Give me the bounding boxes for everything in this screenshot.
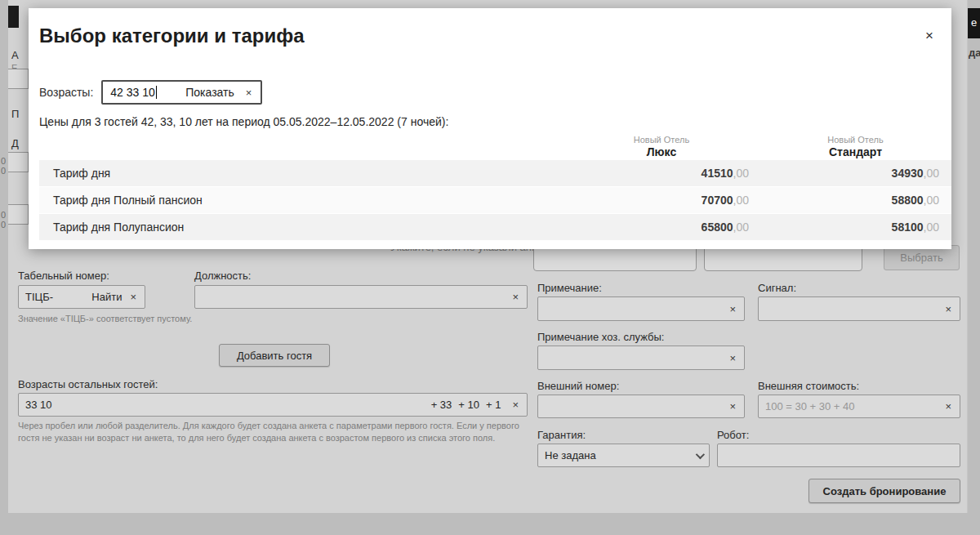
cutoff-label: Д bbox=[11, 137, 19, 149]
category-name: Стандарт bbox=[760, 145, 951, 158]
clear-icon[interactable]: × bbox=[510, 291, 520, 303]
clear-icon[interactable]: × bbox=[244, 87, 254, 99]
hotel-name: Новый Отель bbox=[760, 135, 951, 145]
price-value: 58100 bbox=[892, 221, 924, 234]
add-guest-button[interactable]: Добавить гостя bbox=[219, 344, 330, 367]
price-fraction: ,00 bbox=[733, 194, 749, 207]
signal-input[interactable]: × bbox=[758, 296, 960, 321]
ages-input[interactable]: 42 33 10 Показать × bbox=[101, 80, 262, 105]
price-fraction: ,00 bbox=[924, 167, 939, 180]
find-button[interactable]: Найти bbox=[91, 291, 122, 303]
position-label: Должность: bbox=[194, 270, 251, 282]
cutoff-input[interactable] bbox=[8, 69, 29, 89]
price-fraction: ,00 bbox=[924, 221, 939, 234]
cutoff-digit: 0 bbox=[1, 210, 6, 220]
clear-icon[interactable]: × bbox=[128, 291, 138, 303]
guarantee-value: Не задана bbox=[545, 449, 689, 461]
show-button[interactable]: Показать bbox=[185, 86, 234, 99]
cutoff-input[interactable] bbox=[8, 204, 29, 225]
external-number-input[interactable]: × bbox=[537, 395, 745, 418]
tariff-row[interactable]: Тариф дня 41510,00 34930,00 bbox=[39, 160, 951, 186]
cutoff-label: А bbox=[11, 49, 19, 61]
personnel-number-input[interactable]: ТІЦБ- Найти × bbox=[18, 285, 145, 309]
ages-value: 42 33 10 bbox=[110, 86, 155, 99]
clear-icon[interactable]: × bbox=[728, 400, 737, 412]
personnel-number-value: ТІЦБ- bbox=[25, 291, 85, 303]
close-icon[interactable]: × bbox=[925, 28, 933, 44]
other-ages-input[interactable]: 33 10 + 33 + 10 + 1 × bbox=[18, 393, 528, 417]
column-header-luxe: Новый Отель Люкс bbox=[564, 135, 760, 158]
other-ages-label: Возрасты остальных гостей: bbox=[18, 378, 158, 390]
ages-label: Возрасты: bbox=[39, 86, 93, 99]
create-booking-button[interactable]: Создать бронирование bbox=[808, 479, 960, 503]
clear-icon[interactable]: × bbox=[943, 303, 953, 315]
tariff-row[interactable]: Тариф дня Полупансион 65800,00 58100,00 bbox=[39, 214, 951, 240]
tariff-name: Тариф дня Полный пансион bbox=[39, 194, 564, 207]
personnel-number-label: Табельный номер: bbox=[18, 270, 109, 282]
external-cost-label: Внешняя стоимость: bbox=[758, 380, 859, 392]
signal-label: Сигнал: bbox=[758, 282, 796, 294]
cutoff-digit: 0 bbox=[1, 166, 6, 176]
price-value: 70700 bbox=[702, 194, 733, 207]
cutoff-header-text: е bbox=[971, 16, 977, 29]
category-name: Люкс bbox=[564, 145, 760, 158]
price-table-header: Новый Отель Люкс Новый Отель Стандарт bbox=[39, 135, 951, 158]
tariff-name: Тариф дня Полупансион bbox=[39, 221, 564, 234]
clear-icon[interactable]: × bbox=[728, 303, 737, 315]
price-value: 65800 bbox=[702, 221, 733, 234]
clear-icon[interactable]: × bbox=[510, 399, 520, 411]
tariff-row[interactable]: Тариф дня Полный пансион 70700,00 58800,… bbox=[39, 187, 951, 213]
price-fraction: ,00 bbox=[924, 194, 939, 207]
personnel-number-hint: Значение «ТІЦБ-» соответствует пустому. bbox=[18, 313, 194, 324]
cutoff-input[interactable] bbox=[8, 152, 29, 172]
price-value: 41510 bbox=[702, 167, 733, 180]
note-label: Примечание: bbox=[537, 282, 602, 294]
price-fraction: ,00 bbox=[733, 221, 749, 234]
price-value: 58800 bbox=[892, 194, 924, 207]
housekeeping-note-input[interactable]: × bbox=[537, 346, 745, 370]
cutoff-logo-block bbox=[8, 6, 19, 28]
age-chip[interactable]: + 33 bbox=[431, 399, 452, 411]
tariff-name: Тариф дня bbox=[39, 167, 564, 180]
column-header-standard: Новый Отель Стандарт bbox=[760, 135, 951, 158]
price-value: 34930 bbox=[892, 167, 924, 180]
cutoff-digit: 0 bbox=[1, 156, 6, 166]
position-input[interactable]: × bbox=[194, 285, 528, 309]
cutoff-header-bar: е bbox=[968, 8, 980, 38]
modal-title: Выбор категории и тарифа bbox=[39, 25, 305, 47]
age-chip[interactable]: + 10 bbox=[458, 399, 479, 411]
price-fraction: ,00 bbox=[733, 167, 749, 180]
cutoff-label: П bbox=[11, 108, 19, 120]
other-ages-value: 33 10 bbox=[25, 399, 425, 411]
hotel-name: Новый Отель bbox=[564, 135, 760, 145]
cutoff-digit: 0 bbox=[1, 220, 6, 230]
price-table: Новый Отель Люкс Новый Отель Стандарт Та… bbox=[39, 135, 951, 241]
robot-label: Робот: bbox=[717, 429, 749, 441]
external-cost-input[interactable]: 100 = 30 + 30 + 40 × bbox=[758, 395, 960, 418]
age-chip[interactable]: + 1 bbox=[486, 399, 501, 411]
clear-icon[interactable]: × bbox=[943, 400, 953, 412]
note-input[interactable]: × bbox=[537, 296, 745, 321]
external-number-label: Внешний номер: bbox=[537, 380, 619, 392]
chevron-down-icon bbox=[696, 449, 705, 458]
housekeeping-note-label: Примечание хоз. службы: bbox=[537, 331, 664, 343]
robot-input[interactable] bbox=[717, 444, 960, 467]
cutoff-nav-text: да bbox=[969, 47, 980, 59]
external-cost-placeholder: 100 = 30 + 30 + 40 bbox=[765, 400, 937, 412]
other-ages-hint: Через пробел или любой разделитель. Для … bbox=[18, 420, 539, 444]
guarantee-select[interactable]: Не задана bbox=[537, 444, 710, 467]
text-caret bbox=[156, 86, 157, 99]
guarantee-label: Гарантия: bbox=[537, 429, 586, 441]
category-tariff-modal: Выбор категории и тарифа × Возрасты: 42 … bbox=[29, 8, 951, 249]
price-summary: Цены для 3 гостей 42, 33, 10 лет на пери… bbox=[39, 115, 448, 128]
clear-icon[interactable]: × bbox=[728, 352, 737, 364]
